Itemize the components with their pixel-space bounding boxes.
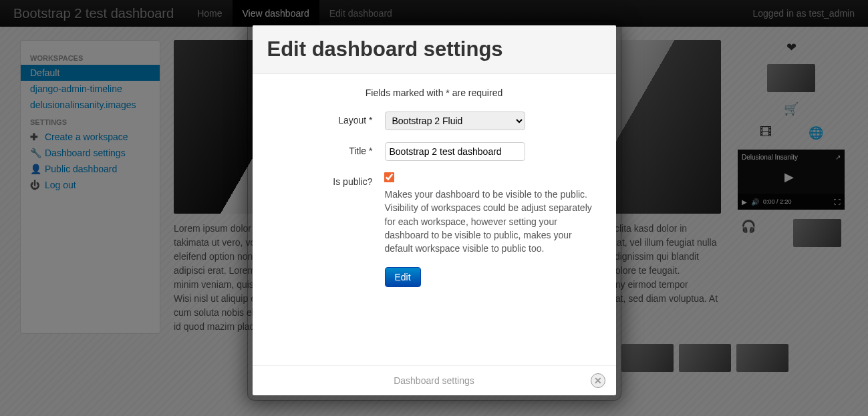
edit-settings-modal: Edit dashboard settings Fields marked wi… xyxy=(247,20,621,401)
public-label: Is public? xyxy=(271,173,385,255)
title-label: Title * xyxy=(271,142,385,161)
title-input[interactable] xyxy=(385,142,525,161)
footer-title: Dashboard settings xyxy=(394,375,474,386)
modal-title: Edit dashboard settings xyxy=(267,37,601,61)
submit-row: Edit xyxy=(271,267,597,287)
public-checkbox[interactable] xyxy=(384,172,394,183)
close-icon[interactable]: ✕ xyxy=(591,373,605,388)
required-note: Fields marked with * are required xyxy=(271,87,597,98)
modal-header: Edit dashboard settings xyxy=(253,25,616,74)
edit-button[interactable]: Edit xyxy=(385,267,421,287)
layout-select[interactable]: Bootstrap 2 Fluid xyxy=(385,112,525,130)
title-row: Title * xyxy=(271,142,597,161)
modal-footer: Dashboard settings ✕ xyxy=(253,365,616,395)
modal-body: Fields marked with * are required Layout… xyxy=(253,74,616,365)
layout-row: Layout * Bootstrap 2 Fluid xyxy=(271,112,597,130)
modal-overlay[interactable]: Edit dashboard settings Fields marked wi… xyxy=(0,0,868,416)
public-row: Is public? Makes your dashboard to be vi… xyxy=(271,173,597,255)
public-help-text: Makes your dashboard to be visible to th… xyxy=(385,188,597,255)
layout-label: Layout * xyxy=(271,112,385,130)
